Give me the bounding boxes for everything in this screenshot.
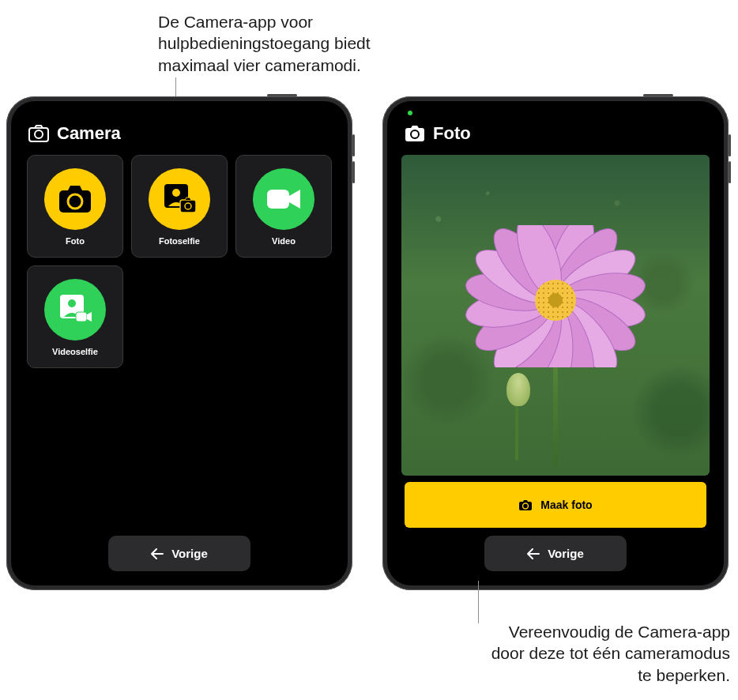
camera-icon [518,499,533,511]
svg-rect-8 [267,190,289,209]
app-title: Camera [57,123,121,144]
svg-point-1 [35,130,43,138]
camera-viewfinder [401,155,710,476]
back-button[interactable]: Vorige [484,536,627,571]
mode-tile-video[interactable]: Video [235,155,332,258]
ipad-right: Foto [382,96,729,590]
app-title: Foto [433,123,471,144]
device-button [643,94,673,96]
viewfinder-preview [401,155,710,476]
ipad-left: Camera Foto Fotoselfie [6,96,352,590]
flower-illustration [465,225,646,367]
app-header: Foto [401,119,710,155]
device-button [729,134,731,156]
device-button [729,161,731,183]
annotation-top: De Camera-app voor hulpbedieningstoegang… [158,11,427,76]
device-button [352,161,355,183]
mode-tile-foto[interactable]: Foto [27,155,123,258]
mode-tile-fotoselfie[interactable]: Fotoselfie [131,155,228,258]
capture-button[interactable]: Maak foto [405,482,706,528]
capture-label: Maak foto [540,499,592,511]
svg-rect-11 [76,312,87,322]
screen-left: Camera Foto Fotoselfie [11,101,348,585]
annotation-bottom: Vereenvoudig de Camera-app door deze tot… [477,621,730,686]
mode-label: Videoselfie [52,347,98,356]
mode-label: Foto [66,236,85,246]
mode-label: Fotoselfie [159,236,200,246]
arrow-left-icon [151,548,164,559]
camera-icon [44,168,106,230]
back-button[interactable]: Vorige [108,536,250,571]
ipad-row: Camera Foto Fotoselfie [0,96,738,590]
selfie-video-icon [44,279,106,341]
camera-icon [405,123,425,144]
selfie-photo-icon [149,168,210,230]
video-icon [253,168,314,230]
svg-point-34 [548,293,563,307]
camera-active-indicator [408,111,412,115]
camera-icon [28,123,49,144]
mode-tile-videoselfie[interactable]: Videoselfie [27,265,123,368]
back-label: Vorige [171,547,208,560]
svg-point-10 [68,299,76,307]
svg-point-5 [172,189,180,197]
back-label: Vorige [548,547,584,560]
camera-mode-grid: Foto Fotoselfie Video [25,155,333,368]
screen-right: Foto [387,101,724,585]
device-button [352,134,355,156]
mode-label: Video [272,236,296,246]
app-header: Camera [25,119,333,155]
arrow-left-icon [527,548,540,559]
device-button [267,94,297,96]
callout-line-bottom [478,581,479,623]
svg-rect-6 [180,200,196,213]
